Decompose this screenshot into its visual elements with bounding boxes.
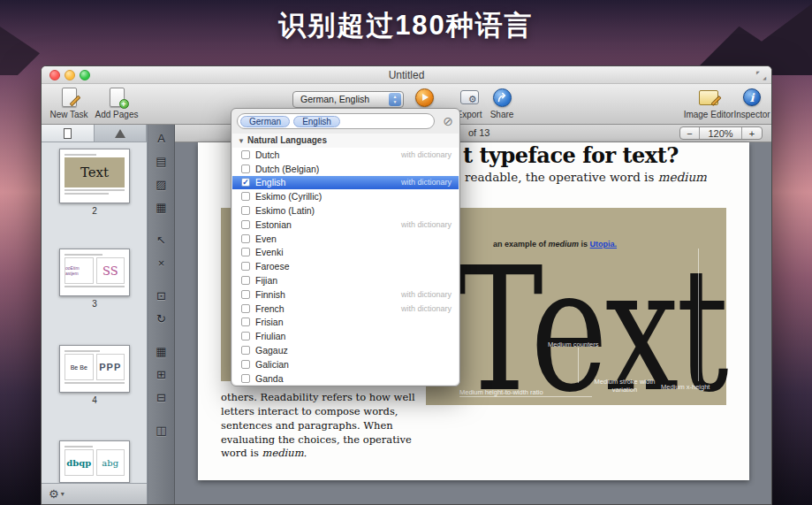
gear-icon[interactable]: ⚙ [49,487,59,501]
select-tool[interactable]: ↖ [151,231,172,249]
texture-region-tool[interactable]: ▦ [151,198,172,217]
rotate-tool[interactable]: ↻ [151,310,172,328]
language-row[interactable]: Evenki [232,246,459,260]
add-row-tool[interactable]: ⊞ [151,365,172,384]
page-count-label: of 13 [468,127,489,138]
language-checkbox[interactable] [241,346,250,355]
zoom-out-button[interactable]: − [680,127,700,139]
language-row[interactable]: Even [232,232,459,246]
disclosure-triangle-icon[interactable]: ▼ [238,137,245,145]
measure-line [578,348,579,383]
section-label: Natural Languages [247,135,327,145]
page-thumbnail-4[interactable]: Be Be PPP [59,345,130,393]
annotation-stroke: Medium stroke width variation [592,378,657,394]
language-row[interactable]: Estonianwith dictionary [232,218,459,232]
language-row[interactable]: Frenchwith dictionary [232,302,459,316]
language-row[interactable]: Gagauz [232,343,459,357]
language-checkbox[interactable] [241,374,250,383]
language-checkbox[interactable] [241,234,250,243]
language-row[interactable]: Eskimo (Latin) [232,203,459,218]
thumb-image: Be Be [65,354,94,380]
dictionary-badge: with dictionary [401,178,459,187]
zoom-level-button[interactable]: 120% ▼ [700,127,742,139]
table-tool[interactable]: ▦ [151,342,172,361]
language-token[interactable]: German [240,116,290,127]
page-thumbnail-5[interactable]: dbqp abg [59,440,130,483]
crop-tool[interactable]: ⊡ [151,287,172,305]
language-checkbox[interactable] [241,360,250,369]
language-checkbox[interactable] [241,220,250,229]
language-row[interactable]: ✓Englishwith dictionary [232,176,459,190]
new-task-button[interactable]: New Task [49,86,89,119]
thumb-image: abg [96,449,125,476]
language-checkbox[interactable] [241,276,250,285]
language-row[interactable]: Eskimo (Cyrillic) [232,189,459,203]
language-label: Eskimo (Latin) [255,205,315,216]
pages-sidebar: Text 2 ooEtim astjem SS 3 [42,125,148,504]
delete-region-tool[interactable]: × [151,254,172,272]
language-row[interactable]: Fijian [232,273,459,287]
dictionary-badge: with dictionary [401,290,459,299]
image-editor-button[interactable]: Image Editor [683,86,734,119]
close-button[interactable] [49,70,60,80]
language-checkbox[interactable] [241,165,250,173]
subheading-text: readable, the operative word is [465,170,658,184]
inspector-button[interactable]: i Inspector [731,86,773,119]
language-dropdown-value: German, English [300,94,369,104]
language-dropdown[interactable]: German, English ▲▼ [292,91,404,108]
thumb-image: SS [96,257,125,284]
thumb-text-line [65,189,125,191]
language-row[interactable]: Dutch (Belgian) [232,162,459,176]
language-checkbox[interactable] [241,332,250,340]
thumb-figure: Text [65,157,125,187]
language-row[interactable]: Finnishwith dictionary [232,287,459,302]
page-thumbnail-2[interactable]: Text [59,149,130,203]
remove-row-tool[interactable]: ⊟ [151,388,172,407]
new-task-icon [62,88,77,107]
language-token-field[interactable]: German English [237,113,435,129]
language-checkbox[interactable] [241,206,250,215]
language-checkbox[interactable] [241,262,250,271]
dictionary-badge: with dictionary [401,150,459,159]
annotation-xheight: Medium x-height [661,383,710,391]
language-checkbox[interactable] [241,248,250,256]
language-row[interactable]: Faroese [232,259,459,273]
page-thumbnail-3[interactable]: ooEtim astjem SS [59,249,130,296]
titlebar[interactable]: Untitled ◤◢ [42,66,771,84]
page-number: 2 [42,206,148,216]
language-token[interactable]: English [293,116,340,127]
language-label: French [255,303,285,314]
fullscreen-icon[interactable]: ◤◢ [756,71,766,80]
language-checkbox[interactable] [241,304,250,313]
desktop: 识别超过180种语言 Untitled ◤◢ New Task + Add Pa… [0,0,812,505]
prohibit-icon[interactable]: ⊘ [443,114,453,128]
page-number: 3 [42,299,148,309]
language-row[interactable]: Frisian [232,316,459,330]
language-row[interactable]: Friulian [232,329,459,343]
language-checkbox[interactable] [241,318,250,326]
language-row[interactable]: Galician [232,357,459,371]
minimize-button[interactable] [65,70,75,80]
share-button[interactable]: Share [483,86,520,119]
language-row[interactable]: Ganda [232,371,459,385]
zoom-window-button[interactable] [80,70,90,80]
text-region-tool[interactable]: A [151,129,172,148]
dictionary-badge: with dictionary [401,220,459,229]
layout-regions-tool[interactable]: ▤ [151,152,172,171]
tab-warnings[interactable] [95,125,148,142]
language-checkbox[interactable] [241,290,250,299]
language-rows: Dutchwith dictionaryDutch (Belgian)✓Engl… [232,148,459,385]
language-checkbox[interactable] [241,192,250,201]
zoom-in-button[interactable]: + [742,127,762,139]
thumb-image: PPP [96,354,125,380]
image-region-tool[interactable]: ▨ [151,175,172,194]
tab-pages[interactable] [42,125,95,142]
share-icon [493,88,512,107]
language-checkbox[interactable] [241,150,250,159]
columns-tool[interactable]: ◫ [151,421,172,440]
thumb-text-line [65,286,125,287]
language-row[interactable]: Dutchwith dictionary [232,148,459,162]
add-pages-button[interactable]: + Add Pages [93,86,140,119]
language-section-header[interactable]: ▼Natural Languages [232,134,459,148]
language-checkbox[interactable]: ✓ [241,178,250,187]
